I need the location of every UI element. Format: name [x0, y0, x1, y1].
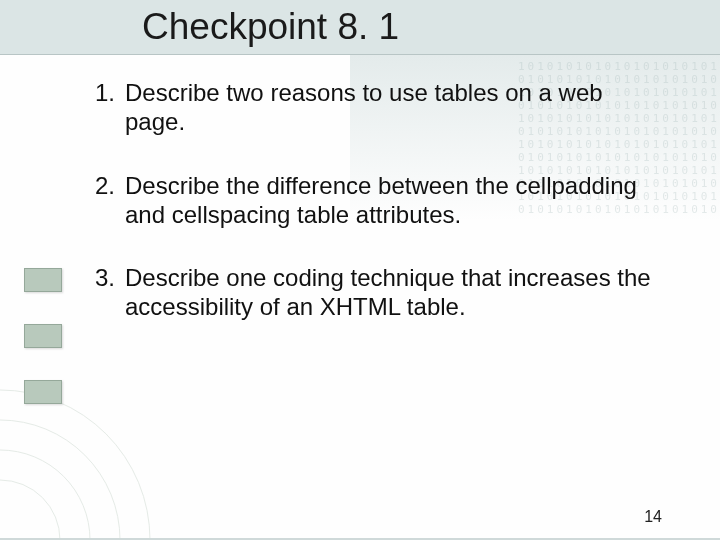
list-item: 1. Describe two reasons to use tables on… [95, 78, 660, 137]
page-number: 14 [644, 508, 662, 526]
item-text: Describe two reasons to use tables on a … [125, 78, 660, 137]
svg-point-2 [0, 450, 90, 540]
item-text: Describe the difference between the cell… [125, 171, 660, 230]
item-number: 2. [95, 171, 125, 230]
item-number: 3. [95, 263, 125, 322]
item-number: 1. [95, 78, 125, 137]
svg-point-1 [0, 420, 120, 540]
list-item: 3. Describe one coding technique that in… [95, 263, 660, 322]
bullet-square-icon [24, 324, 62, 348]
svg-point-3 [0, 480, 60, 540]
item-text: Describe one coding technique that incre… [125, 263, 660, 322]
bullet-square-icon [24, 380, 62, 404]
slide-title: Checkpoint 8. 1 [0, 0, 720, 48]
decorative-bullets [24, 268, 62, 436]
svg-point-0 [0, 390, 150, 540]
bullet-square-icon [24, 268, 62, 292]
slide-content: 1. Describe two reasons to use tables on… [0, 48, 720, 322]
list-item: 2. Describe the difference between the c… [95, 171, 660, 230]
